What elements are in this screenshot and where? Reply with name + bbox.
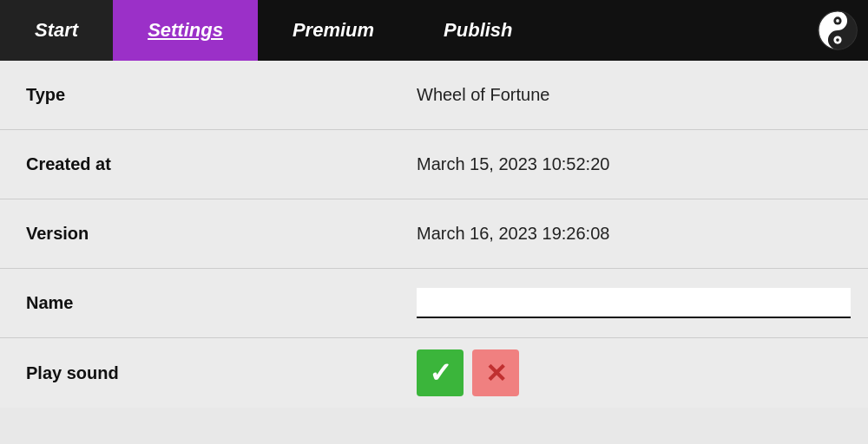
settings-content: Type Wheel of Fortune Created at March 1… bbox=[0, 61, 868, 408]
version-row: Version March 16, 2023 19:26:08 bbox=[0, 199, 868, 269]
nav-item-start[interactable]: Start bbox=[0, 0, 113, 61]
svg-point-4 bbox=[836, 38, 839, 42]
crossmark-icon bbox=[485, 358, 507, 388]
name-label: Name bbox=[0, 293, 417, 313]
play-sound-row: Play sound bbox=[0, 338, 868, 408]
created-at-label: Created at bbox=[0, 154, 417, 174]
type-row: Type Wheel of Fortune bbox=[0, 61, 868, 130]
nav-item-premium[interactable]: Premium bbox=[258, 0, 409, 61]
nav-item-publish[interactable]: Publish bbox=[409, 0, 547, 61]
sound-buttons bbox=[417, 349, 868, 396]
nav-item-settings[interactable]: Settings bbox=[113, 0, 258, 61]
play-sound-cross-button[interactable] bbox=[472, 349, 519, 396]
name-input[interactable] bbox=[417, 288, 851, 318]
navbar: Start Settings Premium Publish bbox=[0, 0, 868, 61]
created-at-value: March 15, 2023 10:52:20 bbox=[417, 154, 868, 174]
name-row: Name bbox=[0, 269, 868, 338]
play-sound-controls bbox=[417, 349, 868, 396]
play-sound-check-button[interactable] bbox=[417, 349, 464, 396]
type-value: Wheel of Fortune bbox=[417, 85, 868, 105]
play-sound-label: Play sound bbox=[0, 363, 417, 383]
checkmark-icon bbox=[429, 356, 452, 389]
name-field-container bbox=[417, 288, 868, 318]
version-label: Version bbox=[0, 224, 417, 244]
yin-yang-icon bbox=[818, 10, 858, 50]
created-at-row: Created at March 15, 2023 10:52:20 bbox=[0, 130, 868, 199]
svg-point-3 bbox=[836, 19, 839, 23]
type-label: Type bbox=[0, 85, 417, 105]
nav-logo bbox=[807, 0, 868, 61]
version-value: March 16, 2023 19:26:08 bbox=[417, 224, 868, 244]
